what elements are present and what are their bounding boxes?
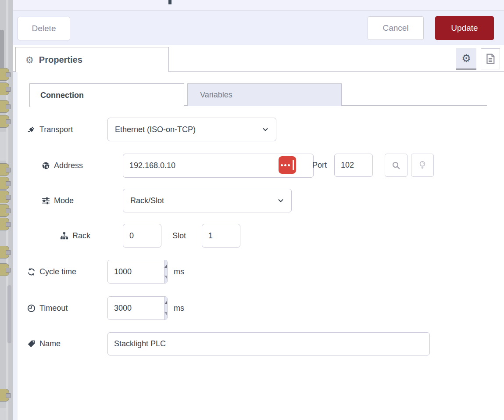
- arrow-down-icon: [164, 276, 168, 279]
- arrow-up-icon: [164, 264, 168, 268]
- workspace-node-fragment: [0, 246, 9, 258]
- dialog-edge: [13, 72, 18, 420]
- name-input[interactable]: [107, 332, 430, 355]
- workspace-strip: [0, 0, 13, 420]
- arrow-down-icon: [164, 312, 168, 316]
- edit-properties-button[interactable]: ⚙: [456, 48, 476, 70]
- transport-value: Ethernet (ISO-on-TCP): [115, 125, 196, 134]
- slot-label: Slot: [172, 224, 186, 248]
- hint-button[interactable]: [411, 154, 434, 177]
- arrow-up-icon: [164, 301, 168, 304]
- workspace-gap: [0, 408, 6, 420]
- search-button[interactable]: [385, 154, 407, 177]
- spin-up-button[interactable]: [164, 297, 168, 308]
- spin-down-button[interactable]: [164, 308, 168, 319]
- tag-icon: [27, 340, 36, 348]
- port-label: Port: [312, 154, 327, 177]
- refresh-icon: [27, 268, 36, 276]
- variables-tab-label: Variables: [200, 90, 232, 100]
- search-icon: [392, 161, 400, 170]
- workspace-node-fragment: [0, 30, 4, 72]
- connection-tab-label: Connection: [40, 91, 84, 100]
- gear-icon: ⚙: [461, 53, 471, 64]
- update-button[interactable]: Update: [435, 16, 494, 40]
- properties-tab-label: Properties: [39, 55, 82, 65]
- tab-connection[interactable]: Connection: [29, 83, 184, 107]
- node-description-button[interactable]: [481, 48, 500, 69]
- dialog-button-bar: [13, 11, 504, 45]
- transport-label: Transport: [27, 118, 73, 141]
- rack-input[interactable]: [123, 224, 161, 248]
- doc-icon: [486, 53, 495, 65]
- port-input[interactable]: [334, 154, 373, 177]
- lightbulb-icon: [418, 161, 426, 170]
- edit-node-dialog: Delete Cancel Update ⚙ Properties ⚙ Conn…: [0, 0, 504, 420]
- globe-icon: [42, 162, 50, 170]
- tab-properties[interactable]: ⚙ Properties: [15, 47, 169, 72]
- delete-button[interactable]: Delete: [18, 17, 70, 40]
- spinner: [164, 297, 168, 319]
- mode-select[interactable]: Rack/Slot: [123, 189, 292, 212]
- gear-icon: ⚙: [25, 55, 34, 65]
- workspace-node-fragment: [0, 204, 9, 217]
- mode-label: Mode: [42, 189, 74, 212]
- workspace-scrollbar-thumb[interactable]: [7, 285, 11, 343]
- tab-variables[interactable]: Variables: [187, 83, 342, 106]
- transport-select[interactable]: Ethernet (ISO-on-TCP): [107, 118, 276, 141]
- plug-icon: [27, 126, 36, 134]
- workspace-node-fragment: [0, 100, 9, 113]
- cycle-time-stepper: [107, 260, 168, 284]
- cancel-button[interactable]: Cancel: [368, 16, 424, 40]
- dialog-header-strip: [13, 0, 504, 10]
- workspace-node-fragment: [0, 83, 9, 95]
- divider: [13, 45, 504, 45]
- workspace-node-fragment: [0, 163, 9, 176]
- cycle-time-unit: ms: [174, 260, 184, 284]
- workspace-node-fragment: [0, 263, 9, 276]
- rack-label: Rack: [60, 224, 90, 248]
- workspace-node-fragment: [0, 389, 9, 402]
- chevron-down-icon: [277, 197, 284, 204]
- workspace-gap: [0, 132, 6, 161]
- mode-value: Rack/Slot: [130, 196, 164, 205]
- address-label: Address: [42, 154, 83, 177]
- workspace-node-fragment: [0, 115, 9, 128]
- name-label: Name: [27, 332, 61, 355]
- timeout-label: Timeout: [27, 296, 68, 320]
- workspace-node-fragment: [0, 68, 9, 81]
- clock-icon: [27, 304, 36, 312]
- spin-down-button[interactable]: [164, 272, 168, 283]
- timeout-stepper: [107, 296, 168, 320]
- password-manager-icon[interactable]: [279, 156, 296, 174]
- workspace-node-fragment: [0, 177, 9, 190]
- timeout-unit: ms: [174, 296, 184, 320]
- dialog-title-fragment: [168, 0, 172, 4]
- chevron-down-icon: [262, 126, 269, 133]
- slot-input[interactable]: [202, 224, 240, 248]
- sitemap-icon: [60, 232, 68, 240]
- timeout-input[interactable]: [108, 297, 164, 319]
- spin-up-button[interactable]: [164, 260, 168, 272]
- cycle-time-label: Cycle time: [27, 260, 76, 284]
- spinner: [164, 260, 168, 283]
- cycle-time-input[interactable]: [108, 260, 164, 283]
- workspace-node-fragment: [0, 218, 9, 230]
- workspace-node-fragment: [0, 190, 9, 203]
- sliders-icon: [42, 197, 50, 205]
